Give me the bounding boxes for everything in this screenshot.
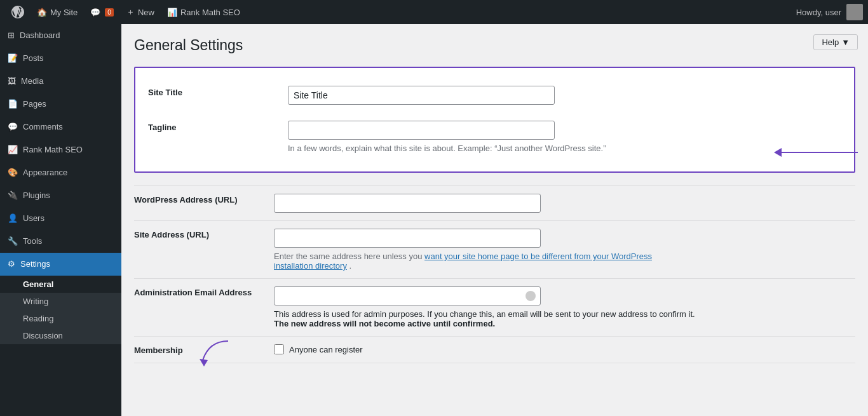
tagline-label: Tagline — [148, 123, 177, 132]
sidebar-sub-item-writing[interactable]: Writing — [0, 293, 121, 310]
rank-math-icon: 📊 — [167, 8, 177, 17]
admin-email-input-cell: This address is used for admin purposes.… — [274, 279, 855, 337]
sidebar-item-users[interactable]: 👤 Users — [0, 207, 121, 230]
howdy-text: Howdy, user — [791, 8, 846, 17]
tagline-input-cell: In a few words, explain what this site i… — [288, 113, 841, 161]
sidebar-sub-item-discussion[interactable]: Discussion — [0, 327, 121, 344]
site-address-desc-after: . — [349, 261, 352, 271]
admin-bar-right: Howdy, user — [791, 4, 863, 20]
outer-form-table: WordPress Address (URL) Site Address (UR… — [134, 185, 855, 363]
sidebar-item-dashboard[interactable]: ⊞ Dashboard — [0, 24, 121, 47]
site-title-input-cell — [288, 78, 841, 113]
my-site-label: My Site — [50, 8, 78, 17]
site-address-row: Site Address (URL) Enter the same addres… — [134, 221, 855, 279]
site-address-desc-before: Enter the same address here unless you — [274, 252, 422, 261]
sidebar-item-rank-math-seo[interactable]: 📈 Rank Math SEO — [0, 138, 121, 161]
membership-checkbox[interactable] — [274, 344, 284, 354]
help-button[interactable]: Help ▼ — [813, 34, 858, 50]
wp-address-input[interactable] — [274, 194, 541, 213]
pages-icon: 📄 — [8, 98, 18, 110]
sidebar-item-label: Dashboard — [20, 30, 60, 41]
sidebar-item-label: Users — [23, 213, 44, 224]
chevron-down-icon: ▼ — [841, 37, 850, 47]
membership-row: Membership Anyone can register — [134, 337, 855, 363]
email-input-wrapper — [274, 286, 541, 305]
my-site-item[interactable]: 🏠 My Site — [31, 0, 84, 24]
site-address-description: Enter the same address here unless you w… — [274, 252, 668, 271]
sidebar-item-label: Tools — [23, 236, 42, 247]
plugins-icon: 🔌 — [8, 190, 18, 201]
admin-email-label: Administration Email Address — [134, 288, 252, 297]
membership-label: Membership — [134, 346, 183, 355]
spinner-dot — [526, 291, 536, 301]
settings-pointer-arrow — [190, 335, 241, 373]
wp-address-label-cell: WordPress Address (URL) — [134, 186, 274, 221]
tools-icon: 🔧 — [8, 236, 18, 247]
rank-math-sidebar-icon: 📈 — [8, 144, 18, 156]
comments-count: 0 — [105, 8, 114, 17]
posts-icon: 📝 — [8, 53, 18, 64]
site-title-row: Site Title — [148, 78, 841, 113]
sidebar-sub-item-general[interactable]: General — [0, 276, 121, 293]
boxed-settings-section: Site Title Tagline In a few words, expla… — [134, 67, 855, 173]
new-item[interactable]: ＋ New — [120, 0, 161, 24]
sidebar-item-plugins[interactable]: 🔌 Plugins — [0, 184, 121, 207]
tagline-description: In a few words, explain what this site i… — [288, 144, 682, 153]
user-avatar[interactable] — [846, 4, 863, 20]
page-title: General Settings — [134, 37, 855, 54]
sidebar-item-comments[interactable]: 💬 Comments — [0, 116, 121, 138]
settings-submenu: General Writing Reading Discussion — [0, 276, 121, 344]
sidebar-item-settings[interactable]: ⚙ Settings — [0, 253, 121, 276]
sidebar-item-media[interactable]: 🖼 Media — [0, 70, 121, 93]
sidebar-item-label: Media — [21, 76, 43, 87]
plus-icon: ＋ — [126, 6, 135, 18]
home-icon: 🏠 — [37, 8, 47, 17]
arrow-line — [782, 152, 858, 153]
membership-input-cell: Anyone can register — [274, 337, 855, 363]
appearance-icon: 🎨 — [8, 167, 18, 178]
admin-bar: 🏠 My Site 💬 0 ＋ New 📊 Rank Math SEO Howd… — [0, 0, 868, 24]
tagline-row: Tagline In a few words, explain what thi… — [148, 113, 841, 161]
wp-address-input-cell — [274, 186, 855, 221]
comment-icon: 💬 — [90, 8, 100, 17]
membership-checkbox-label: Anyone can register — [289, 345, 363, 354]
site-address-label: Site Address (URL) — [134, 230, 209, 239]
tagline-label-cell: Tagline — [148, 113, 288, 161]
site-title-label-cell: Site Title — [148, 78, 288, 113]
dashboard-icon: ⊞ — [8, 30, 15, 41]
sidebar: ⊞ Dashboard 📝 Posts 🖼 Media 📄 Pages 💬 Co… — [0, 24, 121, 416]
admin-email-label-cell: Administration Email Address — [134, 279, 274, 337]
sidebar-item-label: Comments — [23, 121, 63, 133]
rank-math-item[interactable]: 📊 Rank Math SEO — [161, 0, 247, 24]
sidebar-item-label: Pages — [23, 98, 46, 110]
site-address-input[interactable] — [274, 229, 541, 248]
help-label: Help — [822, 37, 839, 47]
sidebar-item-posts[interactable]: 📝 Posts — [0, 47, 121, 70]
main-layout: ⊞ Dashboard 📝 Posts 🖼 Media 📄 Pages 💬 Co… — [0, 24, 868, 416]
sidebar-item-tools[interactable]: 🔧 Tools — [0, 230, 121, 253]
form-table-boxed: Site Title Tagline In a few words, expla… — [148, 78, 841, 161]
wp-address-row: WordPress Address (URL) — [134, 186, 855, 221]
wp-logo-item[interactable] — [5, 0, 31, 24]
arrow-indicator — [774, 148, 858, 157]
arrow-head-icon — [774, 148, 782, 157]
sidebar-item-label: Posts — [23, 53, 44, 64]
sidebar-item-pages[interactable]: 📄 Pages — [0, 93, 121, 116]
media-icon: 🖼 — [8, 76, 16, 87]
site-address-label-cell: Site Address (URL) — [134, 221, 274, 279]
site-title-label: Site Title — [148, 88, 182, 97]
sidebar-item-label: Appearance — [23, 167, 67, 178]
comments-item[interactable]: 💬 0 — [84, 0, 120, 24]
admin-email-note2: The new address will not become active u… — [274, 319, 495, 328]
sidebar-item-label: Rank Math SEO — [23, 144, 83, 156]
users-icon: 👤 — [8, 213, 18, 224]
site-address-input-cell: Enter the same address here unless you w… — [274, 221, 855, 279]
settings-icon: ⚙ — [8, 258, 15, 270]
sidebar-item-appearance[interactable]: 🎨 Appearance — [0, 161, 121, 184]
membership-checkbox-row: Anyone can register — [274, 344, 855, 354]
tagline-input[interactable] — [288, 121, 555, 140]
site-title-input[interactable] — [288, 86, 555, 105]
admin-email-input[interactable] — [274, 286, 541, 305]
wp-address-label: WordPress Address (URL) — [134, 195, 238, 205]
sidebar-sub-item-reading[interactable]: Reading — [0, 310, 121, 327]
